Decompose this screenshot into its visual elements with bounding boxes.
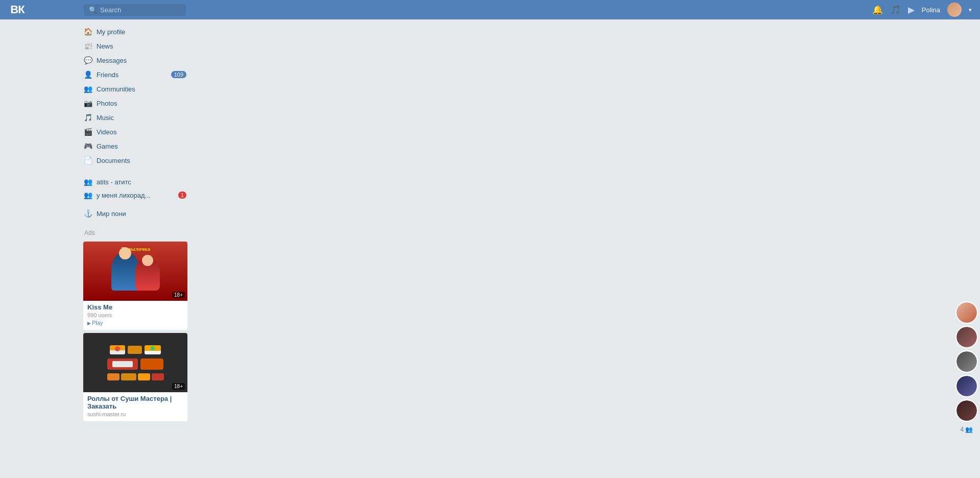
messages-icon: 💬 bbox=[83, 56, 92, 65]
divider-3 bbox=[79, 220, 192, 225]
sidebar-item-friends[interactable]: 👤 Friends 109 bbox=[79, 67, 192, 82]
documents-icon: 📄 bbox=[83, 156, 92, 165]
chevron-down-icon[interactable]: ▾ bbox=[969, 7, 972, 13]
home-icon: 🏠 bbox=[83, 27, 92, 36]
sidebar-item-label: Documents bbox=[97, 157, 186, 164]
ad-card-sushi-title: Роллы от Суши Мастера | Заказать bbox=[87, 395, 183, 410]
online-avatar-4[interactable] bbox=[955, 375, 978, 397]
avatar-circle bbox=[957, 376, 977, 396]
online-avatar-1[interactable] bbox=[955, 301, 978, 324]
ad-card-sushi[interactable]: 18+ Роллы от Суши Мастера | Заказать sus… bbox=[83, 333, 187, 421]
sidebar-item-label: Photos bbox=[97, 100, 186, 107]
ad-card-sushi-subtitle: sushi-master.ru bbox=[87, 411, 183, 417]
group-icon: 👥 bbox=[83, 190, 92, 200]
sidebar-item-mir-poni[interactable]: ⚓ Мир пони bbox=[79, 207, 192, 220]
photos-icon: 📷 bbox=[83, 99, 92, 108]
group-icon: 👥 bbox=[83, 177, 92, 186]
avatar-circle bbox=[957, 327, 977, 347]
sidebar-item-videos[interactable]: 🎬 Videos bbox=[79, 125, 192, 139]
video-icon[interactable]: ▶ bbox=[908, 5, 915, 15]
sidebar-item-news[interactable]: 📰 News bbox=[79, 39, 192, 53]
page-layout: 🏠 My profile 📰 News 💬 Messages 👤 Friends… bbox=[0, 19, 980, 478]
sidebar-item-label: Games bbox=[97, 142, 186, 150]
sidebar-item-my-profile[interactable]: 🏠 My profile bbox=[79, 25, 192, 39]
sidebar-item-lihorad[interactable]: 👥 у меня лихорад... 1 bbox=[79, 188, 192, 202]
sidebar-item-photos[interactable]: 📷 Photos bbox=[79, 96, 192, 110]
avatar-circle bbox=[957, 302, 977, 323]
sidebar-item-communities[interactable]: 👥 Communities bbox=[79, 82, 192, 96]
friends-badge: 109 bbox=[171, 71, 186, 78]
ad-card-play-button[interactable]: Play bbox=[87, 320, 183, 326]
bookmark-group: 👥 atits - атитс 👥 у меня лихорад... 1 bbox=[79, 175, 192, 202]
age-badge: 18+ bbox=[172, 292, 185, 298]
vk-logo[interactable]: ВК bbox=[8, 3, 27, 16]
right-avatars-panel: 4 👥 bbox=[953, 299, 980, 437]
music-icon[interactable]: 🎵 bbox=[890, 5, 901, 15]
anchor-icon: ⚓ bbox=[83, 209, 92, 218]
sidebar-item-atits[interactable]: 👥 atits - атитс bbox=[79, 175, 192, 188]
ads-label: Ads bbox=[79, 225, 192, 238]
avatar-circle bbox=[957, 400, 977, 421]
ad-card-sushi-body: Роллы от Суши Мастера | Заказать sushi-m… bbox=[83, 392, 187, 421]
divider-1 bbox=[79, 168, 192, 173]
online-count[interactable]: 4 👥 bbox=[955, 424, 978, 435]
topnav-right: 🔔 🎵 ▶ Polina ▾ bbox=[872, 3, 972, 17]
sidebar-item-label: My profile bbox=[97, 28, 186, 36]
pinned-label: Мир пони bbox=[97, 210, 186, 218]
age-badge-sushi: 18+ bbox=[172, 383, 185, 390]
avatar[interactable] bbox=[947, 3, 962, 17]
game-figures bbox=[111, 252, 160, 291]
ad-card-kiss-me[interactable]: Думылочка 18+ Kiss Me 990 users Play bbox=[83, 242, 187, 330]
communities-icon: 👥 bbox=[83, 84, 92, 93]
music-nav-icon: 🎵 bbox=[83, 113, 92, 122]
sidebar-item-label: News bbox=[97, 42, 186, 50]
sidebar-item-label: Friends bbox=[97, 71, 167, 79]
lihorad-badge: 1 bbox=[178, 192, 186, 199]
ad-card-users: 990 users bbox=[87, 312, 183, 318]
online-avatar-5[interactable] bbox=[955, 399, 978, 422]
username-label[interactable]: Polina bbox=[922, 6, 940, 14]
sidebar-item-label: Music bbox=[97, 114, 186, 122]
friends-icon: 👤 bbox=[83, 70, 92, 79]
bookmark-label: у меня лихорад... bbox=[97, 192, 174, 199]
sidebar-item-label: Videos bbox=[97, 128, 186, 136]
news-icon: 📰 bbox=[83, 41, 92, 51]
sidebar-item-games[interactable]: 🎮 Games bbox=[79, 139, 192, 153]
videos-icon: 🎬 bbox=[83, 127, 92, 136]
notifications-icon[interactable]: 🔔 bbox=[872, 5, 883, 15]
search-bar[interactable]: 🔍 bbox=[84, 4, 186, 16]
sidebar-item-messages[interactable]: 💬 Messages bbox=[79, 53, 192, 67]
sidebar-item-label: Communities bbox=[97, 85, 186, 93]
ad-image-sushi: 18+ bbox=[83, 333, 187, 392]
search-input[interactable] bbox=[100, 6, 177, 14]
ad-image-kiss-me: Думылочка 18+ bbox=[83, 242, 187, 301]
avatar-circle bbox=[957, 351, 977, 372]
divider-2 bbox=[79, 202, 192, 207]
sidebar-item-music[interactable]: 🎵 Music bbox=[79, 110, 192, 125]
ad-card-body: Kiss Me 990 users Play bbox=[83, 301, 187, 330]
games-icon: 🎮 bbox=[83, 141, 92, 151]
bookmark-label: atits - атитс bbox=[97, 178, 186, 186]
online-avatar-2[interactable] bbox=[955, 326, 978, 348]
online-avatar-3[interactable] bbox=[955, 350, 978, 373]
topnav: ВК 🔍 🔔 🎵 ▶ Polina ▾ bbox=[0, 0, 980, 19]
sidebar-item-documents[interactable]: 📄 Documents bbox=[79, 153, 192, 168]
ad-card-title: Kiss Me bbox=[87, 303, 183, 311]
sidebar-item-label: Messages bbox=[97, 57, 186, 64]
search-icon: 🔍 bbox=[89, 6, 97, 14]
sidebar: 🏠 My profile 📰 News 💬 Messages 👤 Friends… bbox=[79, 19, 192, 478]
